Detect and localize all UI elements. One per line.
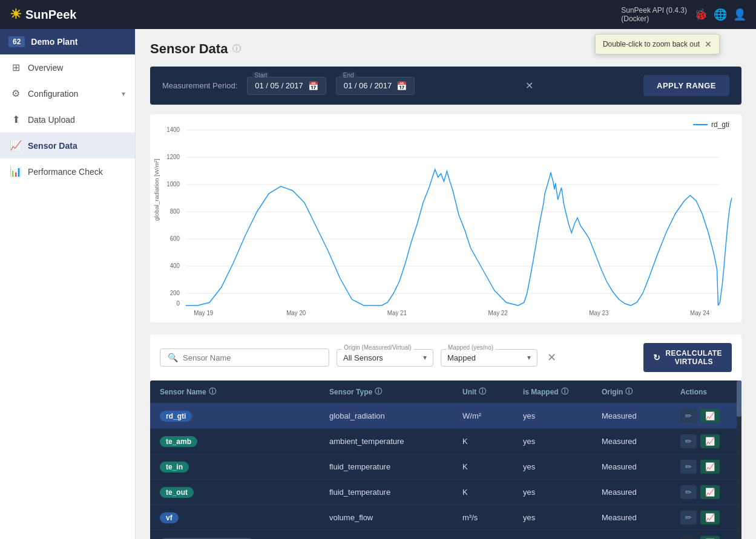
- date-clear-button[interactable]: ✕: [525, 80, 533, 91]
- chart-container: rd_gti 1400 1200 1000 800 60: [150, 114, 741, 322]
- chevron-down-icon: ▾: [122, 90, 125, 98]
- unit-cell: K: [462, 462, 523, 471]
- topbar-right: SunPeek API (0.4.3) (Docker) 🐞 🌐 👤: [621, 6, 746, 23]
- page-info-icon: ⓘ: [232, 44, 241, 54]
- edit-button[interactable]: ✏: [680, 409, 697, 423]
- table-row[interactable]: aoi_virtual_array_arcon angle__90_90 deg…: [150, 531, 741, 539]
- actions-cell: ✏ 📈: [680, 409, 741, 423]
- mapped-cell: yes: [523, 488, 602, 497]
- svg-text:600: 600: [170, 235, 180, 242]
- topbar-icons: 🐞 🌐 👤: [694, 8, 746, 21]
- svg-text:0: 0: [177, 300, 180, 307]
- end-date-field[interactable]: End 01 / 06 / 2017 📅: [336, 77, 415, 95]
- recalculate-virtuals-button[interactable]: ↻ RECALCULATEVIRTUALS: [643, 343, 732, 372]
- plant-header: 62 Demo Plant: [0, 29, 135, 54]
- filter-bar: 🔍 Origin (Measured/Virtual) All Sensors …: [150, 335, 741, 381]
- bug-icon[interactable]: 🐞: [694, 8, 708, 21]
- svg-text:May 20: May 20: [286, 310, 306, 316]
- edit-button[interactable]: ✏: [680, 511, 697, 524]
- sensor-name-input[interactable]: [183, 353, 321, 362]
- svg-text:1200: 1200: [166, 154, 180, 160]
- table-row[interactable]: te_amb ambient_temperature K yes Measure…: [150, 429, 741, 454]
- filter-clear-button[interactable]: ✕: [545, 348, 559, 367]
- sensor-type-cell: ambient_temperature: [329, 437, 462, 446]
- sensor-name-badge: te_in: [160, 462, 189, 472]
- edit-button[interactable]: ✏: [680, 460, 697, 474]
- sidebar-item-label: Overview: [28, 63, 63, 73]
- start-label: Start: [252, 72, 269, 79]
- mapped-dropdown-value: Mapped: [447, 353, 522, 362]
- edit-button[interactable]: ✏: [680, 434, 697, 448]
- svg-text:400: 400: [170, 263, 180, 269]
- mapped-dropdown[interactable]: Mapped (yes/no) Mapped ▾: [441, 349, 537, 367]
- tooltip-close-button[interactable]: ✕: [705, 39, 712, 49]
- zoom-tooltip: Double-click to zoom back out ✕: [595, 34, 720, 54]
- end-calendar-icon[interactable]: 📅: [396, 81, 407, 91]
- performance-icon: 📊: [10, 166, 22, 177]
- mapped-cell: yes: [523, 437, 602, 446]
- sidebar-item-sensor-data[interactable]: 📈 Sensor Data: [0, 132, 135, 158]
- origin-cell: Measured: [602, 462, 680, 471]
- plant-name: Demo Plant: [31, 37, 77, 47]
- start-calendar-icon[interactable]: 📅: [308, 81, 318, 91]
- svg-text:1000: 1000: [166, 181, 180, 188]
- svg-text:800: 800: [170, 208, 180, 215]
- apply-range-button[interactable]: APPLY RANGE: [643, 75, 729, 96]
- origin-dropdown-label: Origin (Measured/Virtual): [342, 344, 413, 351]
- origin-cell: Measured: [602, 411, 680, 420]
- legend-line: [693, 124, 708, 125]
- col-sensor-name: Sensor Name ⓘ: [160, 387, 329, 397]
- col-is-mapped: is Mapped ⓘ: [523, 387, 602, 397]
- unit-cell: W/m²: [462, 411, 523, 420]
- chart-button[interactable]: 📈: [700, 511, 720, 524]
- chart-svg-wrap[interactable]: 1400 1200 1000 800 600 400 200 0 global_…: [150, 124, 732, 318]
- svg-text:2017: 2017: [197, 317, 210, 318]
- actions-cell: ✏ 📈: [680, 536, 741, 539]
- origin-chevron-down-icon: ▾: [423, 353, 427, 362]
- sidebar-item-data-upload[interactable]: ⬆ Data Upload: [0, 106, 135, 132]
- chart-button[interactable]: 📈: [700, 485, 720, 499]
- table-row[interactable]: vf volume_flow m³/s yes Measured ✏ 📈: [150, 505, 741, 531]
- sidebar-item-label: Data Upload: [28, 115, 75, 125]
- sidebar-item-performance-check[interactable]: 📊 Performance Check: [0, 158, 135, 185]
- svg-text:global_radiation [W/m²]: global_radiation [W/m²]: [153, 158, 160, 221]
- origin-dropdown[interactable]: Origin (Measured/Virtual) All Sensors ▾: [337, 349, 433, 367]
- sensor-type-cell: fluid_temperature: [329, 462, 462, 471]
- svg-text:May 19: May 19: [194, 310, 214, 316]
- chart-button[interactable]: 📈: [700, 536, 720, 539]
- user-icon[interactable]: 👤: [733, 8, 746, 21]
- start-date-field[interactable]: Start 01 / 05 / 2017 📅: [247, 77, 326, 95]
- upload-icon: ⬆: [10, 114, 22, 125]
- sensor-type-cell: global_radiation: [329, 411, 462, 420]
- svg-text:May 21: May 21: [387, 310, 407, 316]
- chart-legend: rd_gti: [693, 120, 729, 129]
- chart-button[interactable]: 📈: [700, 460, 720, 474]
- legend-label: rd_gti: [711, 120, 729, 129]
- sensor-name-cell: te_amb: [160, 436, 329, 447]
- sensor-chart-svg[interactable]: 1400 1200 1000 800 600 400 200 0 global_…: [150, 124, 732, 318]
- measurement-period-bar: Measurement Period: Start 01 / 05 / 2017…: [150, 67, 741, 105]
- actions-cell: ✏ 📈: [680, 485, 741, 499]
- mapped-cell: yes: [523, 513, 602, 522]
- col-unit-info-icon: ⓘ: [479, 387, 486, 397]
- table-row[interactable]: rd_gti global_radiation W/m² yes Measure…: [150, 403, 741, 429]
- sensor-name-cell: te_out: [160, 487, 329, 498]
- api-version-text: SunPeek API (0.4.3) (Docker): [621, 6, 687, 23]
- col-is-mapped-info-icon: ⓘ: [561, 387, 568, 397]
- chart-button[interactable]: 📈: [700, 434, 720, 448]
- sensor-name-search[interactable]: 🔍: [160, 348, 329, 367]
- table-row[interactable]: te_in fluid_temperature K yes Measured ✏…: [150, 454, 741, 480]
- unit-cell: K: [462, 437, 523, 446]
- globe-icon[interactable]: 🌐: [714, 8, 727, 21]
- scrollbar-thumb[interactable]: [737, 381, 741, 417]
- sensor-name-badge: vf: [160, 512, 179, 523]
- sidebar-item-overview[interactable]: ⊞ Overview: [0, 54, 135, 80]
- mapped-dropdown-label: Mapped (yes/no): [446, 344, 495, 351]
- table-row[interactable]: te_out fluid_temperature K yes Measured …: [150, 480, 741, 505]
- chart-button[interactable]: 📈: [700, 409, 720, 423]
- scrollbar-track: [737, 381, 741, 539]
- sensor-name-cell: vf: [160, 512, 329, 523]
- sensor-name-cell: rd_gti: [160, 411, 329, 422]
- sidebar-item-configuration[interactable]: ⚙ Configuration ▾: [0, 80, 135, 106]
- edit-button[interactable]: ✏: [680, 485, 697, 499]
